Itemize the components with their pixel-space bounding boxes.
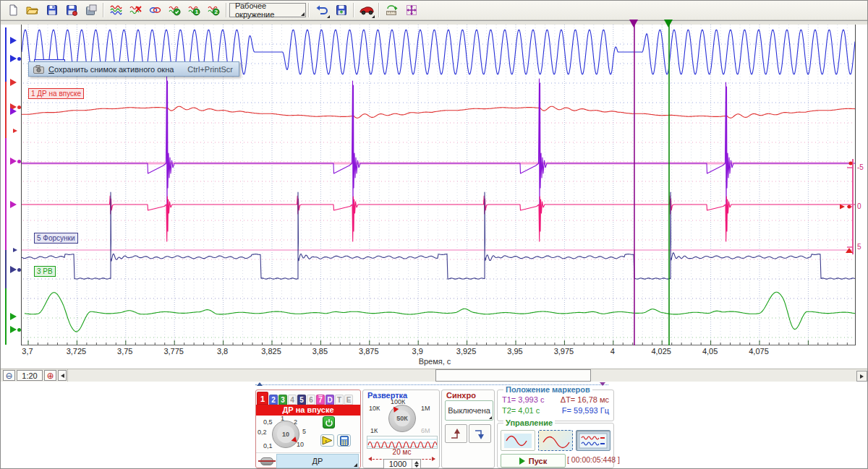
ruler-button[interactable] bbox=[382, 1, 401, 20]
car-icon bbox=[359, 5, 375, 15]
dashed-sine-icon bbox=[541, 433, 570, 449]
marker-frequency-value: F= 59,593 Гц bbox=[562, 405, 609, 416]
zoom-scale-value: 1:20 bbox=[17, 370, 43, 381]
waves-slot-1-button[interactable]: 1 bbox=[184, 1, 204, 20]
waves-accept-button[interactable] bbox=[165, 1, 184, 20]
scroll-right-button[interactable] bbox=[856, 371, 867, 382]
toolbar-separator bbox=[308, 3, 310, 17]
toolbar-separator bbox=[103, 3, 104, 17]
channel-chip[interactable]: 3 РВ bbox=[34, 266, 56, 277]
save-screenshot-button[interactable] bbox=[81, 1, 101, 20]
start-play-icon bbox=[519, 457, 525, 465]
screenshot-tooltip[interactable]: Сохранить снимок активного окна Ctrl+Pri… bbox=[28, 61, 239, 77]
channel-tab-5[interactable]: 5 bbox=[297, 395, 306, 405]
time-tick-label: 3,85 bbox=[304, 347, 336, 356]
markers-panel-title: Положение маркеров bbox=[503, 385, 592, 394]
channel-chip[interactable]: 5 Форсунки bbox=[34, 233, 78, 244]
trigger-rising-edge-button[interactable] bbox=[445, 424, 467, 443]
channel-level-marker[interactable] bbox=[10, 313, 17, 320]
time-marker-flag[interactable] bbox=[664, 20, 673, 27]
channel-level-marker[interactable] bbox=[10, 55, 17, 62]
sweep-panel: Развертка 10К100К1М1К6М50К 20 мс 1000 bbox=[362, 390, 440, 468]
play-test-button[interactable]: x bbox=[320, 434, 334, 447]
channel-level-dot bbox=[17, 160, 21, 163]
new-file-button[interactable] bbox=[3, 1, 22, 20]
channel-range-bar bbox=[5, 27, 7, 82]
knob-ring[interactable]: 10 bbox=[272, 421, 299, 448]
channel-level-marker[interactable] bbox=[13, 129, 17, 133]
marker-cross-button[interactable] bbox=[401, 1, 421, 20]
time-tick-label: 3,875 bbox=[353, 347, 385, 356]
channel-level-marker[interactable] bbox=[10, 201, 17, 208]
continuous-capture-mode-button[interactable] bbox=[538, 430, 573, 451]
car-button[interactable] bbox=[357, 1, 376, 20]
time-tick-label: 3,8 bbox=[207, 347, 239, 356]
channel-tab-E[interactable]: E bbox=[344, 395, 353, 405]
probe-icon[interactable] bbox=[260, 457, 273, 465]
channel-level-marker[interactable] bbox=[10, 266, 17, 273]
open-file-button[interactable] bbox=[22, 1, 42, 20]
sync-mode-value: Выключена bbox=[448, 406, 490, 415]
channel-tab-2[interactable]: 2 bbox=[269, 395, 278, 405]
channel-tab-D[interactable]: D bbox=[326, 395, 334, 405]
undo-button[interactable] bbox=[312, 1, 331, 20]
channel-level-marker[interactable] bbox=[10, 326, 17, 333]
channel-tab-6[interactable]: 6 bbox=[307, 395, 315, 405]
start-button[interactable]: Пуск bbox=[501, 454, 566, 468]
waves-button[interactable] bbox=[106, 1, 126, 20]
workspace-combo[interactable]: Рабочее окружение bbox=[229, 3, 306, 17]
channel-level-dot bbox=[17, 106, 21, 109]
channel-chip[interactable]: 1 ДР на впуске bbox=[28, 88, 84, 99]
gain-knob[interactable]: 0,5125100,10,210 bbox=[259, 416, 323, 452]
sweep-rate-knob[interactable]: 10К100К1М1К6М50К bbox=[363, 398, 441, 436]
waves-slot-2-button[interactable]: 2 bbox=[204, 1, 224, 20]
time-per-div: 20 мс bbox=[363, 448, 441, 456]
time-marker-flag[interactable] bbox=[629, 20, 638, 27]
channel-level-marker[interactable] bbox=[10, 108, 17, 115]
channel-level-dot bbox=[17, 268, 21, 272]
zoom-in-button[interactable]: ⊕ bbox=[44, 370, 56, 381]
calculator-button[interactable] bbox=[337, 434, 351, 447]
channel-tab-3[interactable]: 3 bbox=[278, 395, 287, 405]
svg-text:2: 2 bbox=[215, 9, 218, 15]
scroll-left-button[interactable] bbox=[58, 370, 67, 381]
sync-mode-combo[interactable]: Выключена bbox=[445, 400, 493, 421]
voltage-scale-label: -5 bbox=[857, 163, 864, 171]
channel-tab-4[interactable]: 4 bbox=[288, 395, 297, 405]
toolbar-separator bbox=[378, 3, 380, 17]
sensor-type-combo[interactable]: ДР bbox=[276, 454, 359, 468]
channel-level-marker[interactable] bbox=[10, 158, 17, 165]
calculator-icon bbox=[340, 436, 349, 446]
rate-spinner[interactable]: 1000 bbox=[383, 459, 421, 469]
channel-range-bar bbox=[5, 288, 7, 345]
single-sine-icon bbox=[503, 433, 532, 449]
chart-scrollbar[interactable] bbox=[67, 369, 857, 382]
channel-tab-T[interactable]: T bbox=[335, 395, 344, 405]
single-capture-mode-button[interactable] bbox=[501, 430, 535, 451]
save-file-button[interactable] bbox=[42, 1, 61, 20]
scroll-capture-mode-button[interactable] bbox=[576, 430, 610, 451]
waves-compare-button[interactable] bbox=[145, 1, 165, 20]
knob-scale-label: 10К bbox=[369, 405, 380, 412]
scrollbar-thumb[interactable] bbox=[435, 369, 591, 382]
channel-level-marker[interactable] bbox=[10, 79, 17, 86]
waves-close-button[interactable] bbox=[126, 1, 145, 20]
channel-power-button[interactable] bbox=[323, 416, 335, 429]
waves-slot-1-icon: 1 bbox=[188, 4, 200, 16]
channel-tab-7[interactable]: 7 bbox=[316, 395, 325, 405]
tooltip-shortcut: Ctrl+PrintScr bbox=[187, 65, 233, 74]
svg-text:1: 1 bbox=[195, 9, 199, 15]
save-workspace-button[interactable] bbox=[331, 1, 351, 20]
start-label: Пуск bbox=[529, 457, 547, 465]
channel-tab-1[interactable]: 1 bbox=[257, 392, 268, 405]
spinner-arrows[interactable] bbox=[412, 460, 420, 469]
save-file-as-button[interactable] bbox=[61, 1, 81, 20]
channel-level-marker[interactable] bbox=[13, 248, 17, 252]
channel-tabs: 1234567DTE bbox=[256, 390, 360, 405]
zoom-out-button[interactable]: ⊖ bbox=[3, 370, 15, 381]
channel-panel: 1234567DTE ДР на впуске 0,5125100,10,210… bbox=[255, 390, 361, 468]
play-triangle-icon: x bbox=[322, 436, 333, 445]
toolbar-separator bbox=[353, 3, 354, 17]
channel-level-marker[interactable] bbox=[10, 37, 17, 44]
trigger-falling-edge-button[interactable] bbox=[469, 424, 491, 443]
